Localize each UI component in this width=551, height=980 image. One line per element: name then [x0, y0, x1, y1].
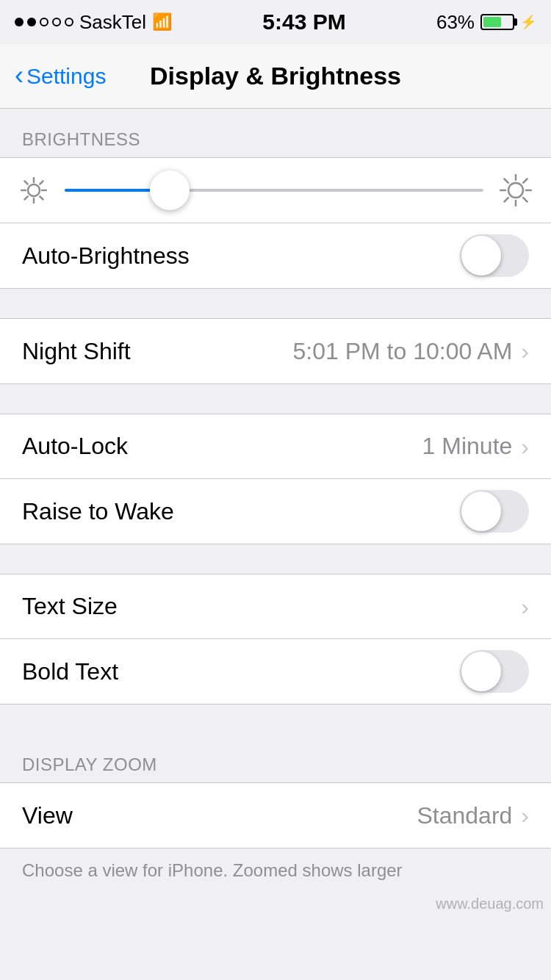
text-section: Text Size › Bold Text: [0, 574, 551, 705]
auto-lock-chevron-icon: ›: [521, 435, 529, 458]
display-zoom-body: View Standard ›: [0, 782, 551, 849]
view-value: Standard: [417, 802, 512, 829]
battery-fill: [483, 17, 501, 27]
status-bar: SaskTel 📶 5:43 PM 63% ⚡: [0, 0, 551, 44]
brightness-slider[interactable]: [65, 174, 483, 206]
svg-line-16: [523, 179, 527, 183]
svg-line-6: [40, 196, 43, 199]
svg-line-8: [25, 196, 28, 199]
back-chevron-icon: ‹: [15, 62, 24, 89]
svg-line-7: [40, 181, 43, 184]
raise-to-wake-toggle-thumb: [461, 491, 501, 531]
back-label: Settings: [26, 64, 106, 89]
svg-point-0: [28, 184, 40, 196]
night-shift-label: Night Shift: [22, 338, 293, 365]
view-chevron-icon: ›: [521, 804, 529, 827]
auto-brightness-row: Auto-Brightness: [0, 223, 551, 288]
signal-dot-2: [27, 18, 36, 26]
auto-brightness-toggle-thumb: [461, 236, 501, 275]
svg-point-9: [508, 183, 523, 198]
status-time: 5:43 PM: [262, 10, 345, 35]
status-right: 63% ⚡: [436, 11, 536, 34]
display-zoom-footer: Choose a view for iPhone. Zoomed shows l…: [0, 849, 551, 893]
spacer-4: [0, 705, 551, 734]
sun-small-icon: [18, 174, 50, 206]
view-row[interactable]: View Standard ›: [0, 783, 551, 848]
signal-dots: [15, 18, 73, 26]
raise-to-wake-row: Raise to Wake: [0, 479, 551, 544]
svg-line-14: [505, 179, 508, 183]
brightness-section-body: Auto-Brightness: [0, 157, 551, 289]
auto-brightness-toggle[interactable]: [460, 234, 529, 277]
brightness-slider-row: [0, 158, 551, 223]
auto-lock-label: Auto-Lock: [22, 433, 422, 460]
brightness-section-header: BRIGHTNESS: [0, 109, 551, 157]
bold-text-toggle[interactable]: [460, 650, 529, 693]
battery-body: [480, 14, 514, 30]
signal-dot-4: [52, 18, 61, 26]
battery-icon: [480, 14, 514, 30]
night-shift-value: 5:01 PM to 10:00 AM: [293, 338, 513, 365]
slider-track-container: [65, 189, 483, 192]
sun-large-icon: [498, 173, 533, 208]
svg-line-5: [25, 181, 28, 184]
spacer-1: [0, 289, 551, 318]
spacer-3: [0, 544, 551, 574]
night-shift-chevron-icon: ›: [521, 339, 529, 363]
auto-lock-value: 1 Minute: [422, 433, 513, 460]
signal-dot-3: [40, 18, 48, 26]
night-shift-section: Night Shift 5:01 PM to 10:00 AM ›: [0, 318, 551, 384]
text-size-row[interactable]: Text Size ›: [0, 574, 551, 639]
back-button[interactable]: ‹ Settings: [15, 64, 106, 89]
auto-lock-row[interactable]: Auto-Lock 1 Minute ›: [0, 414, 551, 479]
signal-dot-1: [15, 18, 24, 26]
text-size-label: Text Size: [22, 593, 521, 620]
night-shift-row[interactable]: Night Shift 5:01 PM to 10:00 AM ›: [0, 319, 551, 383]
charging-bolt-icon: ⚡: [520, 14, 536, 30]
svg-line-17: [505, 198, 508, 201]
wifi-icon: 📶: [152, 12, 172, 32]
page-title: Display & Brightness: [150, 62, 401, 90]
view-label: View: [22, 802, 417, 829]
watermark: www.deuag.com: [0, 893, 551, 915]
raise-to-wake-toggle[interactable]: [460, 490, 529, 533]
nav-bar: ‹ Settings Display & Brightness: [0, 44, 551, 109]
battery-percent: 63%: [436, 11, 475, 34]
display-zoom-section: DISPLAY ZOOM View Standard › Choose a vi…: [0, 734, 551, 893]
text-size-chevron-icon: ›: [521, 595, 529, 619]
raise-to-wake-label: Raise to Wake: [22, 498, 460, 525]
status-left: SaskTel 📶: [15, 11, 172, 34]
carrier-name: SaskTel: [79, 11, 146, 34]
display-zoom-header: DISPLAY ZOOM: [0, 734, 551, 782]
svg-line-15: [523, 198, 527, 201]
bold-text-row: Bold Text: [0, 639, 551, 704]
bold-text-label: Bold Text: [22, 658, 460, 685]
slider-thumb[interactable]: [150, 170, 190, 210]
bold-text-toggle-thumb: [461, 652, 501, 691]
signal-dot-5: [65, 18, 73, 26]
display-section: Auto-Lock 1 Minute › Raise to Wake: [0, 414, 551, 544]
brightness-section: BRIGHTNESS: [0, 109, 551, 289]
auto-brightness-label: Auto-Brightness: [22, 242, 460, 270]
spacer-2: [0, 384, 551, 414]
